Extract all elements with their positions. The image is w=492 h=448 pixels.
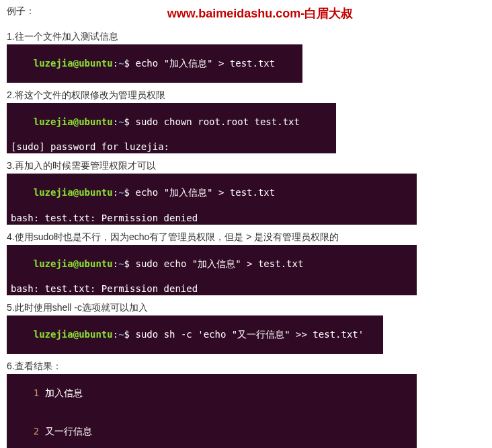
command-text: sudo chown root.root test.txt bbox=[135, 116, 299, 127]
step-text: 使用sudo时也是不行，因为echo有了管理员权限，但是 > 是没有管理员权限的 bbox=[15, 231, 339, 242]
step-num: 5 bbox=[7, 302, 12, 313]
step-3: 3.再加入的时候需要管理权限才可以 bbox=[7, 160, 485, 172]
terminal-block-6: 1 加入信息 2 又一行信息 bbox=[7, 374, 417, 448]
step-2: 2.将这个文件的权限修改为管理员权限 bbox=[7, 89, 485, 102]
prompt-user: luzejia@ubuntu bbox=[34, 58, 113, 69]
step-text: 查看结果： bbox=[15, 361, 62, 371]
command-text: echo "加入信息" > test.txt bbox=[135, 58, 275, 69]
prompt-user: luzejia@ubuntu bbox=[34, 116, 113, 127]
prompt-path: ~ bbox=[118, 258, 124, 269]
prompt-path: ~ bbox=[118, 58, 124, 69]
prompt-symbol: $ bbox=[124, 329, 130, 340]
step-text: 将这个文件的权限修改为管理员权限 bbox=[15, 89, 165, 100]
step-num: 3 bbox=[7, 160, 12, 171]
command-text: sudo sh -c 'echo "又一行信息" >> test.txt' bbox=[135, 329, 364, 340]
prompt-path: ~ bbox=[118, 329, 124, 340]
step-1: 1.往一个文件加入测试信息 bbox=[7, 31, 485, 43]
prompt-user: luzejia@ubuntu bbox=[34, 329, 113, 340]
command-text: echo "加入信息" > test.txt bbox=[135, 187, 275, 198]
line-number: 2 bbox=[34, 426, 39, 437]
terminal-block-5: luzejia@ubuntu:~$ sudo sh -c 'echo "又一行信… bbox=[7, 315, 383, 354]
step-text: 再加入的时候需要管理权限才可以 bbox=[15, 160, 156, 171]
step-4: 4.使用sudo时也是不行，因为echo有了管理员权限，但是 > 是没有管理员权… bbox=[7, 231, 485, 244]
step-num: 4 bbox=[7, 231, 12, 242]
step-6: 6.查看结果： bbox=[7, 361, 485, 373]
line-text: 加入信息 bbox=[45, 387, 83, 398]
prompt-user: luzejia@ubuntu bbox=[34, 187, 113, 198]
prompt-path: ~ bbox=[118, 187, 124, 198]
step-5: 5.此时使用shell -c选项就可以加入 bbox=[7, 302, 485, 314]
prompt-symbol: $ bbox=[124, 258, 130, 269]
step-text: 此时使用shell -c选项就可以加入 bbox=[15, 302, 148, 313]
step-num: 6 bbox=[7, 361, 12, 371]
prompt-user: luzejia@ubuntu bbox=[34, 258, 113, 269]
output-text: bash: test.txt: Permission denied bbox=[11, 212, 413, 225]
step-num: 1 bbox=[7, 31, 12, 42]
step-num: 2 bbox=[7, 89, 12, 100]
step-text: 往一个文件加入测试信息 bbox=[15, 31, 118, 42]
prompt-symbol: $ bbox=[124, 58, 130, 69]
output-text: [sudo] password for luzejia: bbox=[11, 141, 332, 153]
prompt-symbol: $ bbox=[124, 187, 130, 198]
terminal-block-4: luzejia@ubuntu:~$ sudo echo "加入信息" > tes… bbox=[7, 245, 417, 296]
terminal-block-3: luzejia@ubuntu:~$ echo "加入信息" > test.txt… bbox=[7, 174, 417, 225]
line-number: 1 bbox=[34, 387, 39, 398]
prompt-path: ~ bbox=[118, 116, 124, 127]
command-text: sudo echo "加入信息" > test.txt bbox=[135, 258, 303, 269]
watermark: www.baimeidashu.com-白眉大叔 bbox=[35, 5, 485, 22]
line-text: 又一行信息 bbox=[45, 426, 92, 437]
terminal-block-1: luzejia@ubuntu:~$ echo "加入信息" > test.txt bbox=[7, 44, 302, 83]
prompt-symbol: $ bbox=[124, 116, 130, 127]
output-text: bash: test.txt: Permission denied bbox=[11, 283, 413, 295]
terminal-block-2: luzejia@ubuntu:~$ sudo chown root.root t… bbox=[7, 103, 336, 154]
example-label: 例子： bbox=[7, 5, 35, 17]
